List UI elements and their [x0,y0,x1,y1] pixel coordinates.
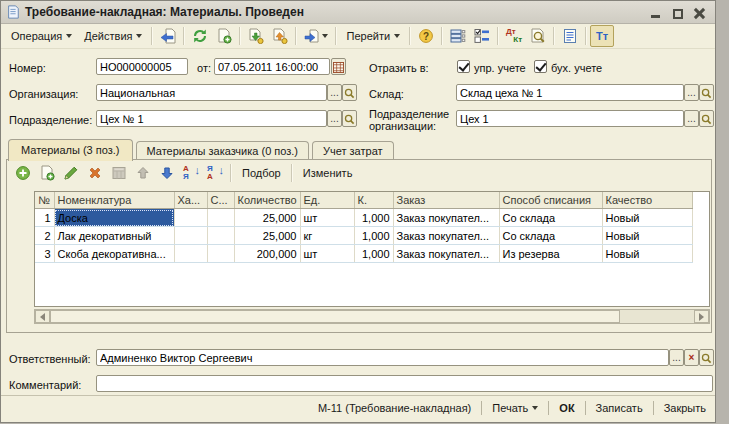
debit-credit-button[interactable]: ДтКт [502,25,526,47]
responsible-input[interactable] [96,349,669,366]
calendar-button[interactable] [331,58,346,75]
copy-row-button[interactable] [35,162,59,184]
organization-select-button[interactable]: ... [327,84,342,101]
change-button[interactable]: Изменить [296,164,360,182]
separator [585,27,587,45]
col-number[interactable]: № [35,192,54,209]
division-select-button[interactable]: ... [327,110,342,127]
management-accounting-checkbox[interactable] [457,60,470,73]
number-input[interactable] [96,58,188,75]
m11-print-form-button[interactable]: М-11 (Требование-накладная) [314,400,475,416]
organization-input[interactable] [96,84,327,101]
tab-materials[interactable]: Материалы (3 поз.) [8,139,133,161]
refresh-button[interactable] [188,25,212,47]
close-button[interactable] [692,6,707,19]
table-row[interactable]: 3 Скоба декоративна... 200,000 шт 1,000 … [35,245,692,263]
division-open-button[interactable] [342,110,357,127]
edit-row-button[interactable] [59,162,83,184]
document-structure-button[interactable] [558,25,582,47]
separator [151,27,153,45]
col-characteristic[interactable]: Ха... [174,192,207,209]
main-toolbar: Операция Действия Перейти ? [1,24,715,49]
help-icon: ? [418,28,434,44]
output-menu[interactable] [300,25,332,47]
operation-menu[interactable]: Операция [5,26,78,46]
maximize-button[interactable] [670,6,685,19]
organization-open-button[interactable] [342,84,357,101]
dtkt-icon: ДтКт [506,28,522,44]
warehouse-input[interactable] [456,84,684,101]
tab-cost-accounting[interactable]: Учет затрат [312,141,394,161]
separator [239,27,241,45]
responsible-clear-button[interactable]: × [684,349,699,366]
help-button[interactable]: ? [414,25,438,47]
org-division-input[interactable] [456,110,684,127]
division-label: Подразделение: [9,114,92,126]
col-unit[interactable]: Ед. [300,192,354,209]
tt-icon: Тт [596,30,608,42]
col-writeoff-method[interactable]: Способ списания [499,192,602,209]
find-in-list-button[interactable] [526,25,550,47]
responsible-open-button[interactable] [699,349,714,366]
col-order[interactable]: Заказ [393,192,499,209]
book-accounting-checkbox[interactable] [534,60,547,73]
delete-row-button[interactable] [83,162,107,184]
pick-button[interactable]: Подбор [235,164,288,182]
col-quality[interactable]: Качество [602,192,692,209]
col-quantity[interactable]: Количество [234,192,300,209]
responsible-select-button[interactable]: ... [669,349,684,366]
separator [441,27,443,45]
sort-za-icon: ЯА↓ [206,165,224,181]
unpost-document-button[interactable] [268,25,292,47]
chevron-down-icon [532,406,538,410]
sort-ascending-button[interactable]: АЯ↓ [179,162,203,184]
table-row[interactable]: 2 Лак декоративный 25,000 кг 1,000 Заказ… [35,227,692,245]
scrollbar-thumb[interactable] [50,310,620,323]
copy-button[interactable] [212,25,236,47]
triangle-left-icon [40,313,45,321]
scroll-left-button[interactable] [35,310,50,323]
document-icon [6,5,20,19]
horizontal-scrollbar[interactable] [34,309,710,324]
org-division-select-button[interactable]: ... [684,110,699,127]
scrollbar-track[interactable] [620,310,694,323]
add-row-button[interactable] [11,162,35,184]
minimize-button[interactable] [648,6,663,19]
grid-toolbar: АЯ↓ ЯА↓ Подбор Изменить [11,162,359,184]
move-down-button[interactable] [155,162,179,184]
print-menu[interactable]: Печать [488,400,542,416]
separator [553,27,555,45]
chevron-down-icon [394,34,400,38]
ok-button[interactable]: ОК [555,400,578,416]
sort-descending-button[interactable]: ЯА↓ [203,162,227,184]
responsible-label: Ответственный: [9,353,91,365]
date-input[interactable] [214,58,330,75]
col-coefficient[interactable]: К. [354,192,393,209]
scroll-right-button[interactable] [694,310,709,323]
warehouse-select-button[interactable]: ... [684,84,699,101]
add-icon [15,165,31,181]
goto-menu[interactable]: Перейти [340,26,406,46]
org-division-open-button[interactable] [699,110,714,127]
report-structure-button[interactable] [446,25,470,47]
tab-customer-materials[interactable]: Материалы заказчика (0 поз.) [136,141,310,161]
selected-cell[interactable]: Доска [54,209,174,227]
col-nomenclature[interactable]: Номенклатура [54,192,174,209]
close-form-button[interactable]: Закрыть [660,400,710,416]
desktop-strip [716,0,729,424]
settings-list-button[interactable] [470,25,494,47]
reread-button[interactable] [156,25,180,47]
comment-input[interactable] [96,375,713,392]
text-description-toggle[interactable]: Тт [590,25,614,47]
post-document-button[interactable] [244,25,268,47]
save-button[interactable]: Записать [592,400,647,416]
table-row[interactable]: 1 Доска 25,000 шт 1,000 Заказ покупател.… [35,209,692,227]
desktop: Требование-накладная: Материалы. Проведе… [0,0,729,424]
division-input[interactable] [96,110,327,127]
separator [497,27,499,45]
warehouse-open-button[interactable] [699,84,714,101]
col-series[interactable]: С... [207,192,234,209]
doc-list-icon [562,28,578,44]
actions-menu[interactable]: Действия [78,26,148,46]
warehouse-label: Склад: [369,88,404,100]
